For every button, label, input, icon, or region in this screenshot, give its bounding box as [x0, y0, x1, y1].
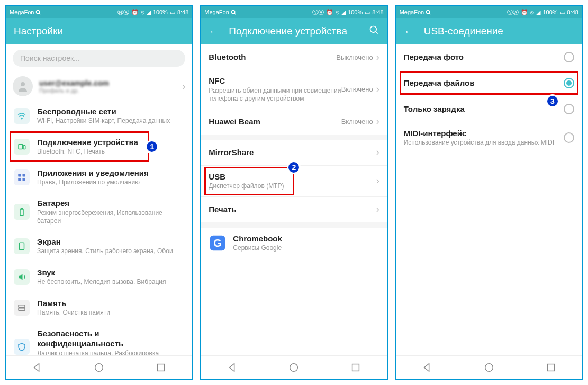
signal-icon: ◢ — [341, 9, 346, 16]
nav-back-icon[interactable] — [421, 362, 433, 373]
row-nfc[interactable]: NFCРазрешить обмен данными при совмещени… — [201, 70, 386, 109]
wifi-settings-icon — [14, 108, 30, 124]
alarm-icon: ⏰ — [131, 9, 139, 16]
settings-item-device-connection[interactable]: Подключение устройстваBluetooth, NFC, Пе… — [6, 131, 192, 162]
nfc-icon: ⓃⒶ — [117, 8, 129, 16]
svg-point-27 — [485, 363, 493, 371]
section-gap — [201, 222, 386, 228]
storage-icon — [14, 300, 30, 316]
svg-point-0 — [37, 10, 40, 13]
item-title: Передача фото — [404, 52, 564, 62]
phone-screen-2: MegaFon ⓃⒶ ⏰ ⎋ ◢ 100% ▭ 8:48 ← Подключен… — [200, 5, 387, 380]
settings-item-battery[interactable]: БатареяРежим энергосбережения, Использов… — [6, 193, 192, 231]
item-sub: Датчик отпечатка пальца, Разблокировка р… — [37, 350, 184, 355]
step-badge-3: 3 — [546, 94, 559, 108]
chevron-right-icon: › — [376, 175, 379, 186]
usb-connection-body: Передача фото Передача файлов 3 Только з… — [396, 44, 582, 355]
back-button[interactable]: ← — [404, 25, 414, 38]
app-header: Настройки — [6, 18, 192, 44]
settings-item-sound[interactable]: ЗвукНе беспокоить, Мелодия вызова, Вибра… — [6, 262, 192, 292]
settings-item-display[interactable]: ЭкранЗащита зрения, Стиль рабочего экран… — [6, 231, 192, 262]
radio-button[interactable] — [564, 132, 574, 143]
item-sub: Память, Очистка памяти — [37, 309, 184, 317]
device-connection-body: Bluetooth Выключено › NFCРазрешить обмен… — [201, 44, 386, 355]
svg-point-3 — [21, 118, 22, 119]
row-huawei-beam[interactable]: Huawei Beam Включено › — [201, 109, 386, 135]
chevron-right-icon: › — [376, 147, 379, 158]
item-sub: Права, Приложения по умолчанию — [37, 178, 184, 187]
search-input[interactable]: Поиск настроек... — [13, 50, 185, 67]
avatar — [13, 76, 33, 96]
wifi-icon: ⎋ — [530, 9, 534, 15]
nav-recent-icon[interactable] — [350, 362, 361, 373]
settings-body: Поиск настроек... user@example.com Профи… — [6, 44, 192, 355]
chevron-right-icon: › — [376, 204, 379, 215]
svg-rect-11 — [21, 208, 23, 209]
settings-item-apps[interactable]: Приложения и уведомленияПрава, Приложени… — [6, 162, 192, 193]
nav-recent-icon[interactable] — [155, 362, 167, 373]
item-status: Выключено — [336, 53, 373, 61]
profile-sub: Профиль и др. — [39, 87, 182, 94]
item-title: Только зарядка — [404, 104, 564, 114]
item-title: Подключение устройства — [37, 137, 184, 148]
search-icon — [426, 10, 431, 15]
row-bluetooth[interactable]: Bluetooth Выключено › — [201, 44, 386, 70]
item-title: MIDI-интерфейс — [404, 128, 564, 139]
status-bar: MegaFon ⓃⒶ ⏰ ⎋ ◢ 100% ▭ 8:48 — [201, 6, 386, 18]
alarm-icon: ⏰ — [521, 9, 528, 16]
svg-rect-9 — [23, 178, 25, 181]
item-title: NFC — [209, 76, 341, 86]
nav-home-icon[interactable] — [288, 362, 300, 373]
radio-button[interactable] — [564, 52, 574, 62]
profile-row[interactable]: user@example.com Профиль и др. › — [6, 72, 192, 101]
battery-percent: 100% — [542, 9, 557, 15]
sound-icon — [14, 269, 30, 285]
chevron-right-icon: › — [182, 81, 185, 92]
nav-bar — [396, 355, 582, 379]
svg-line-1 — [39, 13, 40, 14]
search-icon — [35, 10, 41, 15]
radio-button[interactable] — [564, 78, 574, 88]
carrier-label: MegaFon — [400, 9, 424, 15]
item-title: MirrorShare — [209, 147, 376, 158]
item-title: Chromebook — [233, 234, 379, 244]
nav-home-icon[interactable] — [483, 362, 495, 373]
svg-rect-8 — [18, 178, 21, 181]
item-title: Передача файлов — [404, 78, 564, 88]
item-sub: Wi-Fi, Настройки SIM-карт, Передача данн… — [37, 117, 184, 126]
apps-icon — [14, 169, 30, 185]
svg-rect-5 — [23, 146, 25, 149]
nav-home-icon[interactable] — [93, 362, 105, 373]
svg-rect-6 — [18, 174, 21, 176]
battery-icon: ▭ — [365, 9, 370, 16]
carrier-label: MegaFon — [204, 9, 229, 15]
settings-item-storage[interactable]: ПамятьПамять, Очистка памяти — [6, 292, 192, 323]
back-button[interactable]: ← — [209, 25, 219, 38]
chevron-right-icon: › — [376, 84, 379, 95]
row-usb[interactable]: USBДиспетчер файлов (MTP) › 2 — [201, 166, 386, 196]
svg-line-26 — [429, 13, 430, 14]
wifi-icon: ⎋ — [336, 9, 339, 15]
item-title: Батарея — [37, 198, 184, 209]
settings-item-security[interactable]: Безопасность и конфиденциальностьДатчик … — [6, 323, 192, 355]
item-sub: Bluetooth, NFC, Печать — [37, 148, 184, 156]
svg-line-18 — [234, 13, 236, 14]
nav-recent-icon[interactable] — [545, 362, 557, 373]
row-chromebook[interactable]: G ChromebookСервисы Google — [201, 228, 386, 258]
battery-percent: 100% — [348, 9, 363, 15]
nav-back-icon[interactable] — [31, 362, 43, 373]
search-button[interactable] — [369, 25, 379, 38]
battery-icon: ▭ — [560, 9, 565, 16]
item-title: Память — [37, 298, 184, 309]
item-sub: Использование устройства для ввода данны… — [404, 139, 564, 147]
row-file-transfer[interactable]: Передача файлов — [396, 70, 582, 96]
radio-button[interactable] — [564, 104, 574, 114]
svg-point-19 — [370, 26, 376, 32]
row-midi[interactable]: MIDI-интерфейсИспользование устройства д… — [396, 122, 582, 153]
status-bar: MegaFon ⓃⒶ ⏰ ⎋ ◢ 100% ▭ 8:48 — [6, 6, 192, 18]
row-print[interactable]: Печать › — [201, 197, 386, 222]
chevron-right-icon: › — [376, 116, 379, 127]
settings-item-wireless[interactable]: Беспроводные сетиWi-Fi, Настройки SIM-ка… — [6, 101, 192, 131]
row-photo-transfer[interactable]: Передача фото — [396, 44, 582, 70]
nav-back-icon[interactable] — [227, 362, 238, 373]
